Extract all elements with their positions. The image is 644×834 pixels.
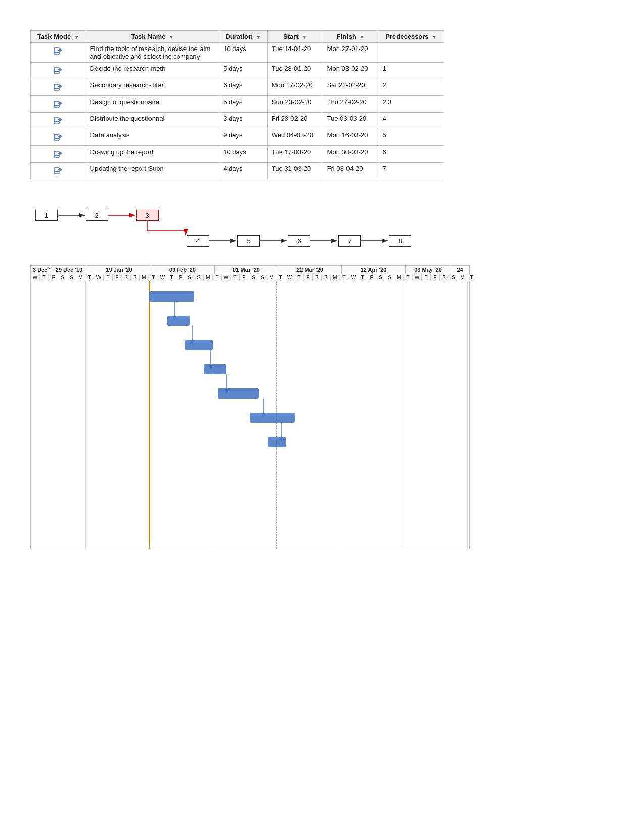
gantt-bar-7[interactable] xyxy=(268,437,286,447)
duration-cell-2: 5 days xyxy=(219,63,268,79)
table-row: Design of questionnaire5 daysSun 23-02-2… xyxy=(31,96,444,113)
duration-cell-7: 10 days xyxy=(219,146,268,163)
col-header-finish[interactable]: Finish ▼ xyxy=(323,31,378,43)
start-cell-5: Fri 28-02-20 xyxy=(267,113,323,129)
day-M3: M xyxy=(204,274,213,281)
predecessors-cell-7: 6 xyxy=(378,146,444,163)
period-dec29: 29 Dec '19 xyxy=(51,266,87,274)
gantt-bar-6[interactable] xyxy=(250,413,295,423)
sort-arrow-task-mode[interactable]: ▼ xyxy=(74,34,79,40)
svg-rect-17 xyxy=(54,122,59,124)
task-mode-icon-4 xyxy=(35,98,82,110)
task-mode-cell-2 xyxy=(31,63,86,79)
sort-arrow-duration[interactable]: ▼ xyxy=(256,34,261,40)
finish-cell-4: Thu 27-02-20 xyxy=(323,96,378,113)
sort-arrow-task-name[interactable]: ▼ xyxy=(169,34,174,40)
period-24: 24 xyxy=(451,266,469,274)
task-mode-icon-5 xyxy=(35,115,82,127)
gantt-bar-2[interactable] xyxy=(167,316,190,326)
table-row: Drawing up the report10 daysTue 17-03-20… xyxy=(31,146,444,163)
name-cell-7: Drawing up the report xyxy=(86,146,219,163)
start-cell-7: Tue 17-03-20 xyxy=(267,146,323,163)
sort-arrow-finish[interactable]: ▼ xyxy=(360,34,365,40)
day-S4: S xyxy=(131,274,140,281)
name-cell-1: Find the topic of research, devise the a… xyxy=(86,43,219,63)
net-box-6[interactable]: 6 xyxy=(288,235,310,247)
svg-marker-23 xyxy=(60,135,62,138)
col-header-task-mode[interactable]: Task Mode ▼ xyxy=(31,31,86,43)
col-header-start[interactable]: Start ▼ xyxy=(267,31,323,43)
sort-arrow-start[interactable]: ▼ xyxy=(302,34,307,40)
svg-rect-29 xyxy=(54,172,59,174)
table-row: Decide the research meth5 daysTue 28-01-… xyxy=(31,63,444,79)
col-header-duration[interactable]: Duration ▼ xyxy=(219,31,268,43)
svg-rect-9 xyxy=(54,88,59,90)
period-mar22: 22 Mar '20 xyxy=(278,266,342,274)
start-cell-2: Tue 28-01-20 xyxy=(267,63,323,79)
day-W3: W xyxy=(158,274,167,281)
day-T14: T xyxy=(467,274,476,281)
net-box-2[interactable]: 2 xyxy=(86,210,108,221)
gantt-bar-4[interactable] xyxy=(204,364,226,374)
predecessors-cell-8: 7 xyxy=(378,163,444,179)
task-mode-icon-7 xyxy=(35,148,82,160)
col-header-predecessors[interactable]: Predecessors ▼ xyxy=(378,31,444,43)
net-box-3[interactable]: 3 xyxy=(136,210,159,221)
day-T10: T xyxy=(340,274,349,281)
predecessors-cell-4: 2,3 xyxy=(378,96,444,113)
name-cell-8: Updating the report Subn xyxy=(86,163,219,179)
predecessors-cell-1 xyxy=(378,43,444,63)
svg-rect-5 xyxy=(54,72,59,74)
day-S14: S xyxy=(449,274,458,281)
day-T9: T xyxy=(294,274,304,281)
period-dec3: 3 Dec '19 xyxy=(31,266,51,274)
gantt-header-container: 3 Dec '19 29 Dec '19 19 Jan '20 09 Feb '… xyxy=(30,265,470,281)
svg-marker-11 xyxy=(60,85,62,88)
table-row: Distribute the questionnai3 daysFri 28-0… xyxy=(31,113,444,129)
task-mode-cell-7 xyxy=(31,146,86,163)
net-box-8[interactable]: 8 xyxy=(389,235,411,247)
day-T4: T xyxy=(149,274,158,281)
task-mode-icon-8 xyxy=(35,165,82,177)
gantt-bar-5[interactable] xyxy=(218,388,259,399)
day-S2: S xyxy=(67,274,76,281)
day-T8: T xyxy=(276,274,285,281)
day-S8: S xyxy=(258,274,267,281)
grid-line-7 xyxy=(467,281,468,549)
day-F4: F xyxy=(240,274,249,281)
table-row: Secondary research- liter6 daysMon 17-02… xyxy=(31,79,444,96)
gantt-bar-1[interactable] xyxy=(149,291,194,302)
day-S6: S xyxy=(194,274,204,281)
day-T13: T xyxy=(422,274,431,281)
col-header-task-name[interactable]: Task Name ▼ xyxy=(86,31,219,43)
net-box-7[interactable]: 7 xyxy=(338,235,361,247)
day-S13: S xyxy=(440,274,449,281)
net-box-1[interactable]: 1 xyxy=(35,210,58,221)
gantt-header-periods: 3 Dec '19 29 Dec '19 19 Jan '20 09 Feb '… xyxy=(31,266,469,274)
period-feb9: 09 Feb '20 xyxy=(151,266,215,274)
duration-cell-1: 10 days xyxy=(219,43,268,63)
svg-rect-13 xyxy=(54,105,59,107)
svg-marker-3 xyxy=(60,48,62,52)
task-mode-cell-8 xyxy=(31,163,86,179)
gantt-bar-3[interactable] xyxy=(185,340,213,350)
start-cell-8: Tue 31-03-20 xyxy=(267,163,323,179)
day-S7: S xyxy=(249,274,258,281)
day-S11: S xyxy=(376,274,385,281)
day-M7: M xyxy=(458,274,467,281)
start-cell-4: Sun 23-02-20 xyxy=(267,96,323,113)
period-may3: 03 May '20 xyxy=(406,266,451,274)
gantt-body xyxy=(30,281,470,549)
sort-arrow-pred[interactable]: ▼ xyxy=(432,34,437,40)
net-box-5[interactable]: 5 xyxy=(237,235,260,247)
day-F1: F xyxy=(49,274,58,281)
finish-cell-3: Sat 22-02-20 xyxy=(323,79,378,96)
predecessors-cell-5: 4 xyxy=(378,113,444,129)
task-mode-icon-3 xyxy=(35,81,82,93)
day-M2: M xyxy=(140,274,149,281)
finish-cell-7: Mon 30-03-20 xyxy=(323,146,378,163)
grid-line-3 xyxy=(213,281,213,549)
finish-cell-1: Mon 27-01-20 xyxy=(323,43,378,63)
day-F6: F xyxy=(367,274,376,281)
net-box-4[interactable]: 4 xyxy=(187,235,209,247)
